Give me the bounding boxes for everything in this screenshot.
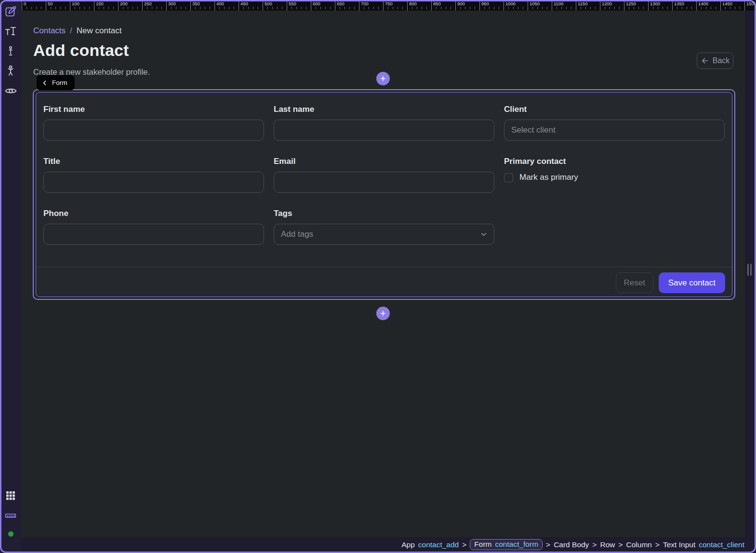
- ruler-tick-major: [528, 0, 528, 11]
- field-label-tags: Tags: [274, 209, 494, 218]
- insert-component-above-button[interactable]: [376, 72, 390, 85]
- ruler-tick-major: [383, 0, 384, 11]
- ruler-tick-label: 550: [289, 1, 296, 6]
- path-segment[interactable]: contact_add: [418, 540, 459, 549]
- ruler-tick-minor: [171, 7, 172, 9]
- typography-tool-button[interactable]: [4, 25, 17, 38]
- path-segment[interactable]: Text Input: [663, 540, 695, 549]
- path-segment[interactable]: contact_client: [699, 540, 744, 549]
- path-segment[interactable]: contact_form: [495, 540, 538, 549]
- primary-contact-checkbox-row[interactable]: Mark as primary: [504, 173, 725, 182]
- path-segment[interactable]: Row: [600, 540, 615, 549]
- edit-tool-button[interactable]: [4, 5, 17, 18]
- field-label-email: Email: [274, 157, 494, 166]
- path-segment[interactable]: Form: [474, 540, 491, 549]
- path-segment[interactable]: Card Body: [554, 540, 589, 549]
- email-input[interactable]: [274, 172, 494, 193]
- breadcrumb-link-contacts[interactable]: Contacts: [33, 26, 66, 36]
- reset-button[interactable]: Reset: [616, 272, 653, 293]
- ruler-tick-minor: [523, 7, 523, 9]
- ruler-tick-minor: [571, 7, 571, 9]
- ruler-toggle-button[interactable]: [4, 509, 17, 522]
- ruler-tick-minor: [619, 7, 620, 9]
- tags-select[interactable]: Add tags: [274, 224, 494, 245]
- ruler-tick-major: [118, 0, 119, 11]
- last-name-input[interactable]: [274, 120, 494, 141]
- ruler-tick-minor: [537, 7, 538, 9]
- ruler-tick-label: 1100: [554, 1, 563, 6]
- save-contact-button[interactable]: Save contact: [659, 272, 725, 293]
- ruler-tick-minor: [614, 7, 615, 9]
- ruler-tick-minor: [590, 7, 591, 9]
- ruler-tick-minor: [489, 7, 490, 9]
- selected-component-badge[interactable]: Form: [37, 75, 75, 90]
- field-label-last-name: Last name: [274, 105, 494, 114]
- ruler-tick-minor: [243, 7, 244, 9]
- ruler-tick-label: 200: [120, 1, 128, 6]
- ruler-tick-minor: [258, 7, 258, 9]
- field-tags: TagsAdd tags: [274, 209, 494, 245]
- ruler-tick-minor: [128, 7, 128, 9]
- plus-icon: [379, 75, 387, 82]
- ruler: 0501001502002503003504004505005506006507…: [21, 0, 755, 11]
- canvas-resize-handle[interactable]: [747, 264, 752, 276]
- ruler-tick-minor: [320, 7, 321, 9]
- ruler-tick-minor: [711, 7, 711, 9]
- title-input[interactable]: [43, 172, 264, 193]
- first-name-input[interactable]: [43, 120, 264, 141]
- ruler-tick-minor: [41, 7, 41, 9]
- ruler-tick-minor: [542, 7, 543, 9]
- client-input[interactable]: [504, 120, 725, 141]
- ruler-tick-minor: [585, 7, 586, 9]
- ruler-tick-minor: [513, 7, 514, 9]
- ruler-tick-minor: [653, 7, 653, 9]
- path-segment[interactable]: App: [401, 540, 415, 549]
- back-button[interactable]: Back: [697, 53, 733, 69]
- form-selection-outline[interactable]: First nameLast nameClientTitleEmailPrima…: [33, 89, 735, 300]
- ruler-tick-minor: [706, 7, 706, 9]
- ruler-tick-minor: [687, 7, 687, 9]
- grid-apps-button[interactable]: [4, 489, 17, 502]
- ruler-tick-minor: [60, 7, 61, 9]
- accessibility-tool-button[interactable]: [4, 64, 17, 78]
- ruler-tick-minor: [634, 7, 634, 9]
- path-segment[interactable]: Column: [626, 540, 652, 549]
- connection-status-dot: [8, 531, 13, 537]
- ruler-tick-minor: [369, 7, 369, 9]
- field-label-phone: Phone: [43, 209, 264, 218]
- ruler-tick-major: [696, 0, 697, 11]
- ruler-tick-minor: [340, 7, 340, 9]
- ruler-tick-minor: [229, 7, 229, 9]
- ruler-tick-label: 150: [96, 1, 104, 6]
- ruler-tick-minor: [629, 7, 629, 9]
- ruler-tick-minor: [330, 7, 331, 9]
- path-segment-selected[interactable]: Formcontact_form: [470, 539, 543, 550]
- ruler-tick-major: [576, 0, 576, 11]
- ruler-tick-minor: [595, 7, 596, 9]
- ruler-tick-label: 1400: [698, 1, 708, 6]
- ruler-tick-minor: [104, 7, 104, 9]
- ruler-tick-major: [142, 0, 143, 11]
- ruler-tick-major: [166, 0, 167, 11]
- left-toolbar: [0, 0, 21, 553]
- insert-component-below-button[interactable]: [376, 307, 390, 320]
- ruler-tick-minor: [292, 7, 292, 9]
- field-label-client: Client: [504, 105, 725, 114]
- eye-preview-button[interactable]: [4, 84, 17, 97]
- ruler-tick-minor: [108, 7, 109, 9]
- ruler-tick-label: 0: [24, 1, 26, 6]
- primary-contact-checkbox[interactable]: [504, 173, 513, 182]
- ruler-tick-major: [672, 0, 673, 11]
- ruler-tick-minor: [446, 7, 446, 9]
- ruler-tick-major: [190, 0, 191, 11]
- ruler-tick-minor: [398, 7, 398, 9]
- ruler-tick-minor: [547, 7, 547, 9]
- field-label-primary-contact: Primary contact: [504, 157, 725, 166]
- ruler-tick-label: 850: [433, 1, 441, 6]
- ruler-tick-minor: [316, 7, 316, 9]
- form-card: First nameLast nameClientTitleEmailPrima…: [36, 92, 732, 297]
- phone-input[interactable]: [43, 224, 264, 245]
- ruler-tick-minor: [282, 7, 282, 9]
- info-person-tool-button[interactable]: [4, 44, 17, 58]
- ruler-tick-major: [94, 0, 94, 11]
